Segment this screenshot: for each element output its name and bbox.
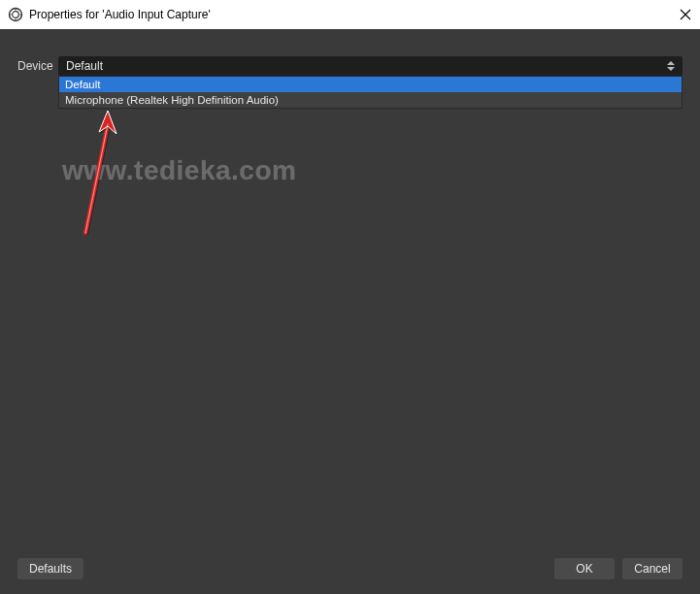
- button-bar: Defaults OK Cancel: [0, 551, 700, 594]
- annotation-arrow: [76, 109, 124, 238]
- device-row: Device Default Default Microphone (Realt…: [17, 56, 683, 76]
- close-button[interactable]: [677, 6, 694, 23]
- titlebar: Properties for 'Audio Input Capture': [0, 0, 700, 29]
- window-title: Properties for 'Audio Input Capture': [29, 8, 211, 21]
- cancel-button[interactable]: Cancel: [622, 558, 683, 579]
- watermark: www.tedieka.com: [62, 155, 296, 186]
- device-select-value: Default: [66, 59, 103, 73]
- defaults-button[interactable]: Defaults: [17, 558, 83, 579]
- device-select[interactable]: Default: [58, 56, 683, 76]
- close-icon: [680, 9, 691, 20]
- device-option-default[interactable]: Default: [59, 77, 682, 92]
- app-icon: [8, 7, 23, 22]
- ok-button[interactable]: OK: [554, 558, 615, 579]
- dropdown-caret-icon: [664, 56, 678, 76]
- device-label: Device: [17, 59, 58, 73]
- device-option-microphone[interactable]: Microphone (Realtek High Definition Audi…: [59, 92, 682, 108]
- properties-window: Properties for 'Audio Input Capture' Dev…: [0, 0, 700, 594]
- device-select-wrap: Default Default Microphone (Realtek High…: [58, 56, 683, 76]
- content-area: Device Default Default Microphone (Realt…: [0, 29, 700, 551]
- device-dropdown: Default Microphone (Realtek High Definit…: [58, 76, 683, 109]
- svg-point-1: [13, 12, 19, 18]
